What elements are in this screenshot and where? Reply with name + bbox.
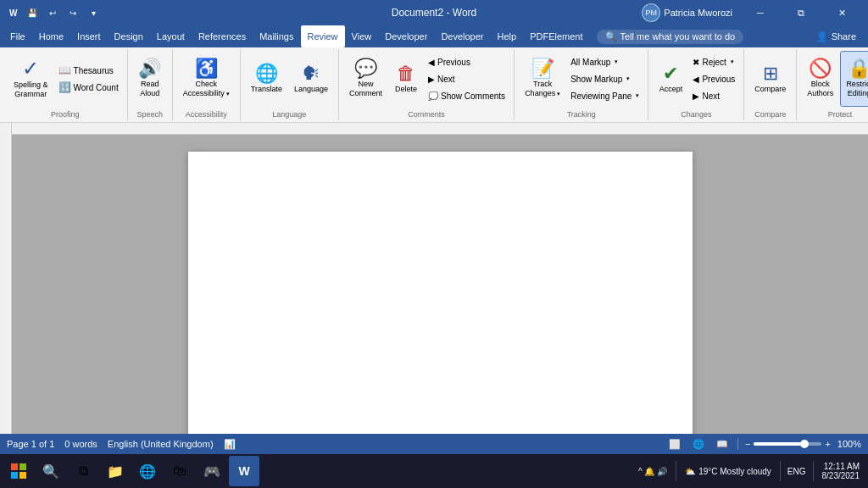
svg-text:W: W [9,8,18,18]
menu-bar: File Home Insert Design Layout Reference… [0,25,868,47]
status-bar: Page 1 of 1 0 words English (United King… [0,434,868,454]
spelling-grammar-button[interactable]: ✓ Spelling &Grammar [8,51,53,107]
zoom-out-icon[interactable]: − [745,439,750,449]
menu-help[interactable]: Help [491,25,524,47]
redo-qat-button[interactable]: ↪ [64,4,81,21]
delete-comment-button[interactable]: 🗑 Delete [389,51,423,107]
close-button[interactable]: ✕ [822,0,861,25]
new-comment-button[interactable]: 💬 NewComment [344,51,387,107]
show-markup-button[interactable]: Show Markup ▾ [567,70,643,87]
menu-file[interactable]: File [3,25,32,47]
menu-developer[interactable]: Developer [378,25,434,47]
restrict-editing-icon: 🔒 [848,59,868,78]
zoom-level[interactable]: 100% [837,439,861,449]
vertical-ruler [0,123,12,434]
task-view-button[interactable]: ⧉ [68,456,98,486]
restrict-editing-button[interactable]: 🔒 RestrictEditing [840,51,868,107]
comments-col: ◀ Previous ▶ Next 💭 Show Comments [425,53,509,104]
start-button[interactable] [3,456,34,486]
page-info[interactable]: Page 1 of 1 [7,439,54,449]
previous-comment-button[interactable]: ◀ Previous [425,53,509,70]
reviewing-pane-button[interactable]: Reviewing Pane ▾ [567,87,643,104]
track-changes-button[interactable]: 📝 TrackChanges▾ [520,51,565,107]
menu-home[interactable]: Home [32,25,70,47]
word-count-info[interactable]: 0 words [64,439,97,449]
ribbon-group-accessibility: ♿ CheckAccessibility▾ Accessibility [173,49,241,120]
previous-change-button[interactable]: ◀ Previous [689,70,738,87]
read-mode-button[interactable]: 📖 [714,435,731,452]
accept-button[interactable]: ✔ Accept [654,51,687,107]
user-avatar: PM [642,3,660,22]
customize-qat-button[interactable]: ▾ [85,4,102,21]
word-count-button[interactable]: 🔢 Word Count [55,79,122,96]
file-explorer-button[interactable]: 📁 [100,456,131,486]
new-comment-icon: 💬 [354,59,377,78]
game-button[interactable]: 🎮 [197,456,227,486]
show-comments-button[interactable]: 💭 Show Comments [425,87,509,104]
menu-layout[interactable]: Layout [150,25,192,47]
proofing-buttons: ✓ Spelling &Grammar 📖 Thesaurus 🔢 Word C… [8,51,122,107]
zoom-slider[interactable]: − + [745,439,831,449]
print-layout-view-button[interactable]: ⬜ [666,435,683,452]
accessibility-buttons: ♿ CheckAccessibility▾ [178,51,235,107]
next-comment-button[interactable]: ▶ Next [425,70,509,87]
ribbon-group-changes: ✔ Accept ✖ Reject ▾ ◀ Previous ▶ [648,49,744,120]
language-button[interactable]: 🗣 Language [289,51,333,107]
menu-pdfelement[interactable]: PDFElement [523,25,589,47]
next-change-button[interactable]: ▶ Next [689,87,738,104]
menu-insert[interactable]: Insert [70,25,108,47]
thesaurus-button[interactable]: 📖 Thesaurus [55,62,122,79]
time-display: 12:11 AM [822,462,860,471]
restore-button[interactable]: ⧉ [782,0,821,25]
tell-me-input[interactable]: 🔍 Tell me what you want to do [597,30,744,44]
protect-buttons: 🚫 BlockAuthors 🔒 RestrictEditing [802,51,868,107]
menu-review[interactable]: Review [301,25,345,47]
zoom-thumb[interactable] [800,440,809,448]
clock[interactable]: 12:11 AM 8/23/2021 [817,462,865,480]
weather-icon: ⛅ [685,467,695,476]
store-button[interactable]: 🛍 [164,456,195,486]
language-icon: 🗣 [302,64,320,83]
ruler-container [12,123,868,434]
undo-qat-button[interactable]: ↩ [44,4,61,21]
zoom-in-icon[interactable]: + [825,439,830,449]
check-accessibility-button[interactable]: ♿ CheckAccessibility▾ [178,51,235,107]
accept-label: Accept [659,85,683,94]
compare-button[interactable]: ⊞ Compare [749,51,791,107]
next-label: Next [437,75,455,84]
all-markup-button[interactable]: All Markup ▾ [567,53,643,70]
menu-references[interactable]: References [192,25,253,47]
language-info[interactable]: English (United Kingdom) [108,439,214,449]
word-logo-icon: W [7,6,20,19]
ribbon-group-speech: 🔊 ReadAloud Speech [128,49,173,120]
menu-mailings[interactable]: Mailings [253,25,300,47]
language-group-label: Language [246,108,333,119]
menu-design[interactable]: Design [108,25,150,47]
restrict-editing-label: RestrictEditing [846,80,868,98]
block-authors-button[interactable]: 🚫 BlockAuthors [802,51,838,107]
taskbar-separator [676,461,676,481]
track-changes-icon: 📝 [531,59,554,78]
zoom-track[interactable] [754,442,821,446]
ribbon-group-language: 🌐 Translate 🗣 Language Language [241,49,339,120]
minimize-button[interactable]: ─ [741,0,780,25]
word-taskbar-button[interactable]: W [229,456,259,486]
search-taskbar-button[interactable]: 🔍 [36,456,66,486]
share-button[interactable]: 👤 Share [808,28,865,46]
proofing-group-label: Proofing [8,108,122,119]
language-buttons: 🌐 Translate 🗣 Language [246,51,333,107]
ribbon-group-compare: ⊞ Compare Compare [744,49,797,120]
menu-view[interactable]: View [345,25,379,47]
reject-icon: ✖ [693,58,699,67]
read-aloud-button[interactable]: 🔊 ReadAloud [133,51,167,107]
edge-button[interactable]: 🌐 [132,456,163,486]
save-qat-button[interactable]: 💾 [24,4,41,21]
translate-button[interactable]: 🌐 Translate [246,51,287,107]
web-layout-view-button[interactable]: 🌐 [690,435,707,452]
reject-button[interactable]: ✖ Reject ▾ [689,53,738,70]
previous-label: Previous [437,58,470,67]
svg-rect-2 [11,463,18,470]
menu-developer2[interactable]: Developer [434,25,490,47]
horizontal-ruler [12,123,868,135]
track-changes-label: TrackChanges▾ [525,80,560,98]
